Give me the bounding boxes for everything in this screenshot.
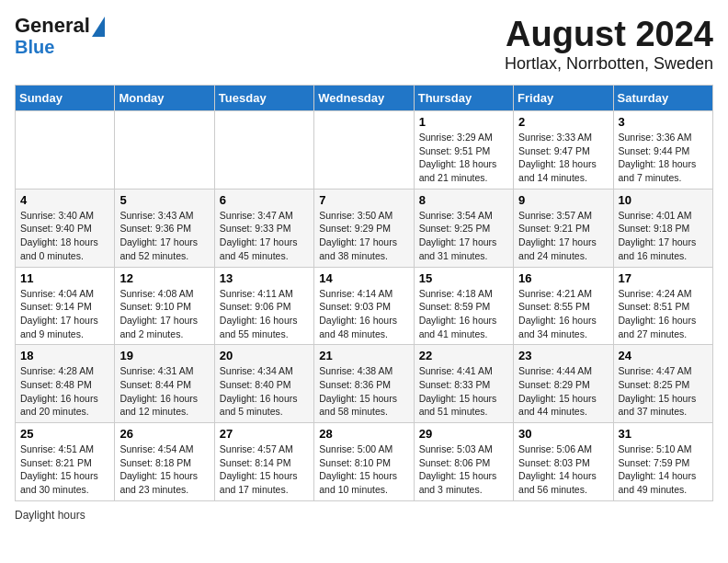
day-number: 17 (619, 271, 708, 285)
day-info: Sunrise: 3:40 AM Sunset: 9:40 PM Dayligh… (20, 209, 109, 263)
day-info: Sunrise: 4:21 AM Sunset: 8:55 PM Dayligh… (518, 287, 608, 341)
day-number: 2 (518, 115, 608, 129)
day-info: Sunrise: 4:04 AM Sunset: 9:14 PM Dayligh… (20, 287, 109, 341)
day-number: 30 (518, 427, 608, 441)
calendar-cell: 11Sunrise: 4:04 AM Sunset: 9:14 PM Dayli… (16, 267, 115, 345)
calendar-cell: 10Sunrise: 4:01 AM Sunset: 9:18 PM Dayli… (613, 189, 712, 267)
calendar-day-header: Wednesday (314, 86, 414, 111)
day-number: 8 (419, 193, 508, 207)
calendar-cell: 2Sunrise: 3:33 AM Sunset: 9:47 PM Daylig… (514, 111, 613, 190)
day-info: Sunrise: 4:54 AM Sunset: 8:18 PM Dayligh… (119, 442, 209, 497)
calendar-cell: 14Sunrise: 4:14 AM Sunset: 9:03 PM Dayli… (314, 267, 414, 345)
calendar-cell: 27Sunrise: 4:57 AM Sunset: 8:14 PM Dayli… (214, 423, 313, 501)
day-info: Sunrise: 3:43 AM Sunset: 9:36 PM Dayligh… (119, 209, 209, 263)
day-info: Sunrise: 4:08 AM Sunset: 9:10 PM Dayligh… (119, 287, 209, 341)
day-number: 28 (319, 427, 408, 441)
calendar-table: SundayMondayTuesdayWednesdayThursdayFrid… (15, 85, 713, 501)
day-number: 7 (319, 193, 408, 207)
calendar-cell: 25Sunrise: 4:51 AM Sunset: 8:21 PM Dayli… (16, 423, 115, 501)
day-number: 29 (419, 427, 508, 441)
day-number: 21 (319, 349, 408, 362)
calendar-cell: 9Sunrise: 3:57 AM Sunset: 9:21 PM Daylig… (514, 189, 613, 267)
calendar-cell (16, 111, 115, 190)
daylight-label: Daylight hours (15, 509, 85, 522)
calendar-cell: 16Sunrise: 4:21 AM Sunset: 8:55 PM Dayli… (514, 267, 613, 345)
day-number: 18 (20, 349, 109, 362)
day-number: 4 (20, 193, 109, 207)
day-number: 3 (619, 115, 708, 129)
day-info: Sunrise: 4:01 AM Sunset: 9:18 PM Dayligh… (619, 209, 708, 263)
page-header: General Blue August 2024 Hortlax, Norrbo… (15, 15, 713, 74)
day-number: 14 (319, 271, 408, 285)
day-info: Sunrise: 4:11 AM Sunset: 9:06 PM Dayligh… (220, 287, 309, 341)
calendar-footer: Daylight hours (15, 509, 713, 522)
calendar-cell: 21Sunrise: 4:38 AM Sunset: 8:36 PM Dayli… (314, 345, 414, 423)
day-info: Sunrise: 5:00 AM Sunset: 8:10 PM Dayligh… (319, 442, 408, 497)
day-number: 26 (119, 427, 209, 441)
calendar-cell: 8Sunrise: 3:54 AM Sunset: 9:25 PM Daylig… (414, 189, 513, 267)
calendar-cell: 13Sunrise: 4:11 AM Sunset: 9:06 PM Dayli… (214, 267, 313, 345)
calendar-cell: 22Sunrise: 4:41 AM Sunset: 8:33 PM Dayli… (414, 345, 513, 423)
day-number: 15 (419, 271, 508, 285)
day-info: Sunrise: 4:18 AM Sunset: 8:59 PM Dayligh… (419, 287, 508, 341)
day-number: 24 (619, 349, 708, 362)
calendar-title: August 2024 (505, 15, 713, 54)
calendar-week-row: 25Sunrise: 4:51 AM Sunset: 8:21 PM Dayli… (16, 423, 713, 501)
day-number: 25 (20, 427, 109, 441)
day-info: Sunrise: 3:29 AM Sunset: 9:51 PM Dayligh… (419, 131, 508, 185)
calendar-cell: 17Sunrise: 4:24 AM Sunset: 8:51 PM Dayli… (613, 267, 712, 345)
calendar-cell: 18Sunrise: 4:28 AM Sunset: 8:48 PM Dayli… (16, 345, 115, 423)
day-info: Sunrise: 3:36 AM Sunset: 9:44 PM Dayligh… (619, 131, 708, 185)
day-info: Sunrise: 4:38 AM Sunset: 8:36 PM Dayligh… (319, 364, 408, 419)
day-number: 5 (119, 193, 209, 207)
calendar-day-header: Friday (514, 86, 613, 111)
calendar-cell: 4Sunrise: 3:40 AM Sunset: 9:40 PM Daylig… (16, 189, 115, 267)
calendar-cell: 24Sunrise: 4:47 AM Sunset: 8:25 PM Dayli… (613, 345, 712, 423)
day-info: Sunrise: 4:14 AM Sunset: 9:03 PM Dayligh… (319, 287, 408, 341)
calendar-cell: 15Sunrise: 4:18 AM Sunset: 8:59 PM Dayli… (414, 267, 513, 345)
day-number: 22 (419, 349, 508, 362)
day-number: 9 (518, 193, 608, 207)
day-info: Sunrise: 5:06 AM Sunset: 8:03 PM Dayligh… (518, 442, 608, 497)
calendar-header-row: SundayMondayTuesdayWednesdayThursdayFrid… (16, 86, 713, 111)
logo-text: General (15, 15, 105, 37)
title-block: August 2024 Hortlax, Norrbotten, Sweden (505, 15, 713, 74)
day-number: 12 (119, 271, 209, 285)
day-info: Sunrise: 3:47 AM Sunset: 9:33 PM Dayligh… (220, 209, 309, 263)
day-number: 1 (419, 115, 508, 129)
day-info: Sunrise: 4:44 AM Sunset: 8:29 PM Dayligh… (518, 364, 608, 419)
calendar-cell: 5Sunrise: 3:43 AM Sunset: 9:36 PM Daylig… (115, 189, 214, 267)
calendar-cell (314, 111, 414, 190)
logo: General Blue (15, 15, 105, 57)
calendar-cell: 6Sunrise: 3:47 AM Sunset: 9:33 PM Daylig… (214, 189, 313, 267)
calendar-day-header: Monday (115, 86, 214, 111)
calendar-cell: 12Sunrise: 4:08 AM Sunset: 9:10 PM Dayli… (115, 267, 214, 345)
day-number: 6 (220, 193, 309, 207)
day-info: Sunrise: 3:33 AM Sunset: 9:47 PM Dayligh… (518, 131, 608, 185)
calendar-cell (214, 111, 313, 190)
calendar-subtitle: Hortlax, Norrbotten, Sweden (505, 54, 713, 74)
day-info: Sunrise: 4:41 AM Sunset: 8:33 PM Dayligh… (419, 364, 508, 419)
calendar-day-header: Thursday (414, 86, 513, 111)
day-number: 31 (619, 427, 708, 441)
calendar-cell: 23Sunrise: 4:44 AM Sunset: 8:29 PM Dayli… (514, 345, 613, 423)
day-info: Sunrise: 4:31 AM Sunset: 8:44 PM Dayligh… (119, 364, 209, 419)
logo-triangle-icon (92, 17, 105, 37)
calendar-cell: 19Sunrise: 4:31 AM Sunset: 8:44 PM Dayli… (115, 345, 214, 423)
day-number: 23 (518, 349, 608, 362)
day-number: 19 (119, 349, 209, 362)
day-number: 16 (518, 271, 608, 285)
calendar-day-header: Saturday (613, 86, 712, 111)
calendar-week-row: 11Sunrise: 4:04 AM Sunset: 9:14 PM Dayli… (16, 267, 713, 345)
day-info: Sunrise: 5:10 AM Sunset: 7:59 PM Dayligh… (619, 442, 708, 497)
day-info: Sunrise: 3:50 AM Sunset: 9:29 PM Dayligh… (319, 209, 408, 263)
calendar-cell: 28Sunrise: 5:00 AM Sunset: 8:10 PM Dayli… (314, 423, 414, 501)
calendar-week-row: 1Sunrise: 3:29 AM Sunset: 9:51 PM Daylig… (16, 111, 713, 190)
day-info: Sunrise: 3:54 AM Sunset: 9:25 PM Dayligh… (419, 209, 508, 263)
calendar-day-header: Sunday (16, 86, 115, 111)
day-info: Sunrise: 5:03 AM Sunset: 8:06 PM Dayligh… (419, 442, 508, 497)
calendar-cell: 1Sunrise: 3:29 AM Sunset: 9:51 PM Daylig… (414, 111, 513, 190)
day-info: Sunrise: 4:34 AM Sunset: 8:40 PM Dayligh… (220, 364, 309, 419)
calendar-cell: 31Sunrise: 5:10 AM Sunset: 7:59 PM Dayli… (613, 423, 712, 501)
calendar-cell: 26Sunrise: 4:54 AM Sunset: 8:18 PM Dayli… (115, 423, 214, 501)
